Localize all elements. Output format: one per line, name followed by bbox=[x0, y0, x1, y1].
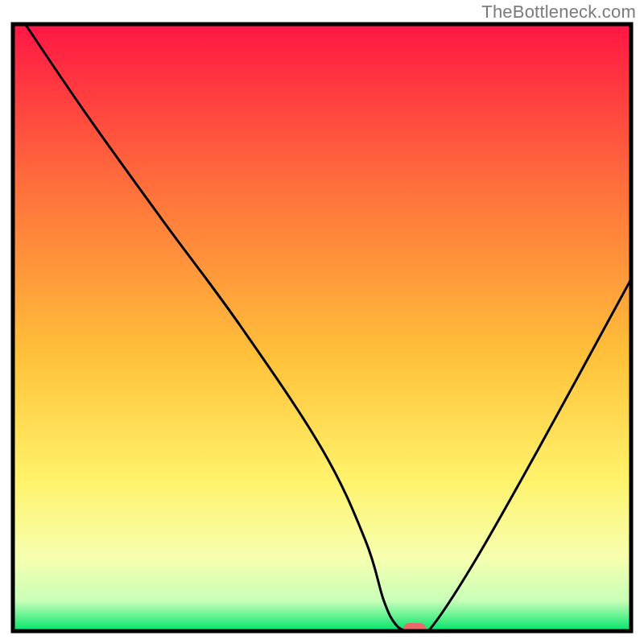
attribution-label: TheBottleneck.com bbox=[481, 2, 636, 23]
gradient-background bbox=[13, 24, 631, 631]
chart-container: TheBottleneck.com bbox=[0, 0, 644, 644]
bottleneck-chart bbox=[0, 0, 644, 644]
